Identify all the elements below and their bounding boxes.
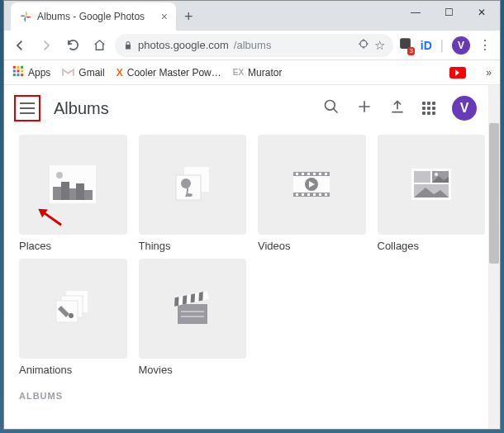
youtube-icon[interactable] xyxy=(449,67,466,79)
album-places[interactable]: Places xyxy=(19,135,127,255)
animations-tile[interactable] xyxy=(19,259,127,359)
bookmark-cooler-label: Cooler Master Pow… xyxy=(127,67,221,79)
tab-close-icon[interactable]: × xyxy=(161,10,168,23)
extension-icon[interactable]: 3 xyxy=(398,36,412,54)
x-icon: X xyxy=(116,67,123,79)
svg-rect-56 xyxy=(198,292,202,301)
account-avatar[interactable]: V xyxy=(452,96,477,121)
create-button[interactable] xyxy=(356,98,373,118)
places-label: Places xyxy=(19,240,127,255)
profile-avatar[interactable]: V xyxy=(452,36,470,55)
svg-rect-18 xyxy=(76,183,84,200)
movies-icon xyxy=(168,288,217,329)
collages-tile[interactable] xyxy=(378,135,486,235)
svg-point-24 xyxy=(186,193,193,197)
forward-button[interactable] xyxy=(36,35,57,56)
album-collages[interactable]: Collages xyxy=(378,135,486,255)
hamburger-menu-button[interactable] xyxy=(14,95,40,121)
svg-rect-15 xyxy=(53,187,61,200)
svg-rect-30 xyxy=(307,173,310,175)
browser-toolbar: photos.google.com/albums ☆ 3 iD | V ⋮ xyxy=(4,31,500,60)
bookmark-cooler[interactable]: X Cooler Master Pow… xyxy=(116,67,221,79)
bookmark-murator[interactable]: EX Murator xyxy=(233,67,283,79)
svg-rect-38 xyxy=(319,193,321,196)
svg-rect-37 xyxy=(313,193,316,196)
new-tab-button[interactable]: + xyxy=(184,8,193,26)
svg-rect-19 xyxy=(84,190,93,200)
kebab-menu-icon[interactable]: ⋮ xyxy=(478,37,492,53)
bookmarks-overflow[interactable]: » xyxy=(486,67,492,79)
svg-rect-28 xyxy=(296,173,298,175)
svg-point-0 xyxy=(360,40,367,47)
svg-rect-3 xyxy=(17,66,19,69)
album-movies[interactable]: Movies xyxy=(139,259,247,379)
svg-rect-9 xyxy=(17,74,19,76)
svg-rect-8 xyxy=(13,74,16,76)
toolbar-right: 3 iD | V ⋮ xyxy=(398,36,495,55)
svg-rect-2 xyxy=(13,66,16,69)
close-window-button[interactable]: ✕ xyxy=(465,1,498,24)
svg-rect-29 xyxy=(302,173,304,175)
browser-tab[interactable]: Albums - Google Photos × xyxy=(11,2,176,31)
movies-tile[interactable] xyxy=(139,259,247,359)
places-icon xyxy=(48,164,97,205)
tab-strip: Albums - Google Photos × + — ☐ ✕ xyxy=(4,1,500,31)
page-title: Albums xyxy=(54,99,310,118)
svg-rect-43 xyxy=(414,171,430,183)
svg-rect-35 xyxy=(302,193,304,196)
home-button[interactable] xyxy=(88,35,110,56)
places-tile[interactable] xyxy=(19,135,127,235)
gmail-icon xyxy=(62,67,74,79)
svg-point-20 xyxy=(56,172,63,178)
svg-rect-32 xyxy=(319,173,321,175)
id-extension-icon[interactable]: iD xyxy=(421,39,432,52)
minimize-button[interactable]: — xyxy=(399,1,432,24)
svg-point-11 xyxy=(326,101,335,111)
album-things[interactable]: Things xyxy=(139,135,247,255)
movies-label: Movies xyxy=(139,364,247,379)
svg-rect-26 xyxy=(293,172,330,176)
album-videos[interactable]: Videos xyxy=(258,135,366,255)
svg-rect-54 xyxy=(183,295,187,304)
google-apps-icon[interactable] xyxy=(422,102,435,115)
things-label: Things xyxy=(139,240,247,255)
svg-rect-39 xyxy=(325,193,327,196)
albums-grid: Places Things Videos Collages xyxy=(4,131,500,379)
animations-icon xyxy=(48,288,97,329)
back-button[interactable] xyxy=(9,35,31,56)
things-tile[interactable] xyxy=(139,135,247,235)
svg-rect-6 xyxy=(17,69,19,72)
address-bar[interactable]: photos.google.com/albums ☆ xyxy=(115,34,393,57)
maximize-button[interactable]: ☐ xyxy=(432,1,465,24)
search-icon[interactable] xyxy=(323,98,340,118)
svg-rect-57 xyxy=(181,311,204,312)
gmail-label: Gmail xyxy=(78,67,104,79)
scrollbar-thumb[interactable] xyxy=(489,123,499,264)
ex-icon: EX xyxy=(233,68,244,77)
reload-button[interactable] xyxy=(62,35,83,56)
gmail-bookmark[interactable]: Gmail xyxy=(62,67,104,79)
apps-label: Apps xyxy=(28,67,50,79)
videos-icon xyxy=(287,164,336,205)
photos-favicon xyxy=(19,10,32,23)
videos-tile[interactable] xyxy=(258,135,366,235)
svg-rect-27 xyxy=(293,193,330,197)
page-content: Albums V Places Things xyxy=(4,85,500,429)
svg-rect-58 xyxy=(181,316,204,317)
aim-icon[interactable] xyxy=(358,38,369,52)
album-animations[interactable]: Animations xyxy=(19,259,127,379)
bookmark-star-icon[interactable]: ☆ xyxy=(374,38,385,53)
apps-bookmark[interactable]: Apps xyxy=(12,65,50,79)
apps-grid-icon xyxy=(12,65,24,79)
svg-rect-33 xyxy=(325,173,327,175)
svg-rect-16 xyxy=(61,182,69,200)
svg-point-45 xyxy=(435,173,438,176)
videos-label: Videos xyxy=(258,240,366,255)
window-controls: — ☐ ✕ xyxy=(399,1,498,24)
bookmarks-bar: Apps Gmail X Cooler Master Pow… EX Murat… xyxy=(4,60,500,85)
url-host: photos.google.com xyxy=(138,39,229,51)
things-icon xyxy=(168,164,217,205)
app-header: Albums V xyxy=(4,85,500,131)
upload-button[interactable] xyxy=(389,98,406,118)
vertical-scrollbar[interactable] xyxy=(488,85,500,429)
